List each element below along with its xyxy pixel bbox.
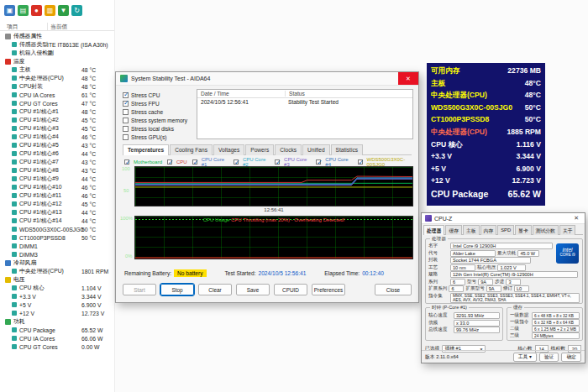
legend-checkbox-icon[interactable]: [234, 159, 239, 165]
sensor-row[interactable]: CT1000P3PSSD8 50 °C: [0, 233, 114, 242]
close-icon[interactable]: ✕: [571, 215, 581, 222]
stress-option[interactable]: Stress system memory: [123, 116, 187, 124]
legend-checkbox-icon[interactable]: [167, 159, 172, 165]
sensor-row[interactable]: CPU #1/核心#12 45 °C: [0, 200, 114, 208]
checkbox-icon[interactable]: [123, 134, 129, 140]
tree-group-header[interactable]: 温度: [0, 57, 114, 65]
tools-button[interactable]: 工具 ▾: [513, 353, 537, 362]
record-icon[interactable]: ●: [31, 5, 42, 16]
sensor-row[interactable]: CPU #1/核心#7 43 °C: [0, 158, 114, 166]
sensor-row[interactable]: +5 V 6.900 V: [0, 301, 114, 309]
stability-button[interactable]: Clear: [198, 284, 232, 295]
legend-checkbox-icon[interactable]: [316, 159, 321, 165]
graph-tab[interactable]: Clocks: [275, 144, 302, 155]
refresh-icon[interactable]: ↻: [71, 5, 82, 16]
tree-group-header[interactable]: 冷却风扇: [0, 259, 114, 267]
checkbox-icon[interactable]: [123, 101, 129, 107]
cpuz-tab[interactable]: SPD: [497, 225, 514, 235]
legend-checkbox-icon[interactable]: [275, 159, 280, 165]
sensor-row[interactable]: CPU #1/核心#3 45 °C: [0, 124, 114, 133]
sensor-row[interactable]: CPU GT Cores 47 °C: [0, 99, 114, 107]
download-icon[interactable]: ▼: [58, 5, 69, 16]
stability-button[interactable]: CPUID: [274, 284, 307, 295]
graph-tab[interactable]: Cooling Fans: [170, 144, 213, 155]
log-col-time[interactable]: Date / Time: [201, 91, 229, 97]
sensor-row[interactable]: +12 V 12.723 V: [0, 309, 114, 317]
sensor-row[interactable]: DIMM3: [0, 250, 114, 259]
test-log[interactable]: Date / Time Status 2024/10/5 12:56:41 St…: [197, 89, 413, 139]
sensor-row[interactable]: CPU #1/核心#11 46 °C: [0, 191, 114, 200]
stress-option[interactable]: Stress cache: [123, 107, 187, 116]
sensor-row[interactable]: CPU #1/核心#4 46 °C: [0, 133, 114, 141]
graph-tab[interactable]: Statistics: [331, 144, 363, 155]
cpuz-tab[interactable]: 测试分数: [533, 225, 559, 235]
ok-button[interactable]: 确定: [561, 353, 581, 362]
sensor-row[interactable]: 机箱入侵检测 是: [0, 49, 114, 57]
validate-button[interactable]: 验证: [539, 353, 559, 362]
sensor-row[interactable]: 传感器类型 ITE IT8613E (ISA A30h): [0, 40, 114, 49]
sensor-row[interactable]: CPU IA Cores 61 °C: [0, 91, 114, 99]
stability-button[interactable]: Save: [236, 284, 270, 295]
graph-tab[interactable]: Unified: [302, 144, 330, 155]
sensor-row[interactable]: CPU #1/核心#2 45 °C: [0, 116, 114, 124]
close-button[interactable]: Close: [375, 284, 412, 295]
tree-group-header[interactable]: 功耗: [0, 317, 114, 326]
cpuz-tab[interactable]: 显卡: [515, 225, 532, 235]
sensor-row[interactable]: CPU #1/核心#6 44 °C: [0, 149, 114, 158]
stress-option[interactable]: Stress GPU(s): [123, 133, 187, 141]
sensor-icon[interactable]: ▤: [18, 5, 29, 16]
sensor-row[interactable]: CPU IA Cores 66.06 W: [0, 334, 114, 342]
title-bar[interactable]: System Stability Test - AIDA64 ✕: [116, 72, 418, 86]
legend-item[interactable]: Motherboard: [124, 159, 162, 165]
cpuz-tab[interactable]: 主板: [463, 225, 480, 235]
computer-icon[interactable]: ▣: [4, 5, 15, 16]
stress-option[interactable]: Stress CPU: [123, 91, 187, 99]
stability-button[interactable]: Stop: [160, 284, 194, 295]
report-icon[interactable]: ▥: [45, 5, 55, 16]
sensor-row[interactable]: CPU #1/核心#1 48 °C: [0, 107, 114, 116]
stability-button[interactable]: Preferences: [312, 284, 345, 295]
checkbox-icon[interactable]: [123, 92, 129, 98]
graph-tab[interactable]: Powers: [245, 144, 274, 155]
cpuz-tab[interactable]: 内存: [480, 225, 497, 235]
legend-item[interactable]: CPU: [167, 159, 187, 165]
legend-checkbox-icon[interactable]: [124, 159, 129, 165]
sensor-row[interactable]: 中央处理器(CPU) 48 °C: [0, 74, 114, 82]
cpuz-tab[interactable]: 处理器: [423, 225, 444, 235]
sensor-row[interactable]: CPU Package 65.52 W: [0, 326, 114, 334]
checkbox-icon[interactable]: [123, 118, 129, 123]
sensor-row[interactable]: CPU封装 48 °C: [0, 82, 114, 91]
stress-option[interactable]: Stress FPU: [123, 99, 187, 107]
sensor-row[interactable]: CPU #1/核心#13 44 °C: [0, 208, 114, 217]
close-icon[interactable]: ✕: [398, 72, 418, 85]
checkbox-icon[interactable]: [123, 126, 129, 132]
sensor-row[interactable]: 中央处理器(CPU) 1801 RPM: [0, 267, 114, 275]
log-row[interactable]: 2024/10/5 12:56:41 Stability Test Starte…: [197, 98, 412, 107]
checkbox-icon[interactable]: [123, 109, 129, 115]
stability-button[interactable]: Start: [123, 284, 156, 295]
sensor-row[interactable]: CPU 核心 1.104 V: [0, 284, 114, 292]
sensor-row[interactable]: WDS500G3X0C-00SJG0 50 °C: [0, 225, 114, 233]
column-value[interactable]: 当前值: [47, 23, 67, 31]
graph-tab[interactable]: Temperatures: [123, 144, 169, 155]
sensor-row[interactable]: CPU GT Cores 0.00 W: [0, 342, 114, 351]
sensor-row[interactable]: CPU #1/核心#8 43 °C: [0, 166, 114, 175]
legend-checkbox-icon[interactable]: [358, 159, 363, 165]
tree-group-header[interactable]: 传感器属性: [0, 32, 114, 40]
graph-tab[interactable]: Voltages: [213, 144, 244, 155]
sensor-row[interactable]: CPU #1/核心#5 43 °C: [0, 141, 114, 149]
legend-checkbox-icon[interactable]: [192, 159, 197, 165]
tree-group-header[interactable]: 电压: [0, 275, 114, 284]
title-bar[interactable]: CPU-Z ✕: [422, 213, 585, 224]
sensor-row[interactable]: CPU #1/核心#14 44 °C: [0, 217, 114, 225]
cpuz-tab[interactable]: 缓存: [445, 225, 462, 235]
log-col-status[interactable]: Status: [285, 91, 305, 97]
sensor-row[interactable]: CPU #1/核心#9 44 °C: [0, 175, 114, 183]
column-item[interactable]: 项目: [7, 23, 18, 31]
sensor-row[interactable]: +3.3 V 3.344 V: [0, 292, 114, 301]
stress-option[interactable]: Stress local disks: [123, 124, 187, 133]
cpuz-tab[interactable]: 关于: [559, 225, 576, 235]
sensor-row[interactable]: 主板 48 °C: [0, 65, 114, 74]
sensor-row[interactable]: CPU #1/核心#10 46 °C: [0, 183, 114, 191]
sensor-row[interactable]: DIMM1: [0, 242, 114, 250]
